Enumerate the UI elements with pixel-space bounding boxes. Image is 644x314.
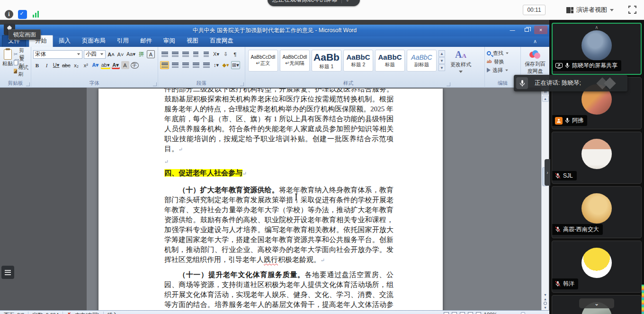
style-heading2[interactable]: AaBbC 标题 2 (343, 50, 373, 72)
print-layout-view-icon[interactable] (444, 312, 449, 314)
italic-button[interactable]: I (43, 61, 51, 69)
style-subtitle[interactable]: AaBbC 副标题 (407, 50, 437, 72)
bullets-button[interactable] (160, 50, 169, 58)
fullscreen-button[interactable] (628, 6, 636, 14)
previous-page-button[interactable]: ▲ (544, 297, 547, 301)
superscript-button[interactable]: x² (82, 61, 90, 69)
participant-tile[interactable]: SJL (552, 132, 642, 184)
justify-button[interactable] (191, 61, 200, 69)
bold-button[interactable]: B (33, 61, 41, 69)
collapse-chevron-icon[interactable]: ∧ (595, 25, 598, 30)
document-page[interactable]: 件的部分二级及以下医疗机构转型，开展康复、护理以及医养结合服务。鼓励基层积极探索… (98, 89, 443, 310)
styles-scroll-down[interactable]: ▼ (438, 57, 445, 64)
clipboard-dialog-launcher[interactable] (26, 82, 30, 86)
zoom-slider-handle[interactable] (521, 312, 525, 314)
next-page-button[interactable]: ▼ (544, 306, 547, 309)
font-dialog-launcher[interactable] (153, 82, 157, 86)
tab-mailings[interactable]: 邮件 (134, 36, 158, 47)
character-shading-button[interactable]: A (121, 61, 129, 69)
mic-button[interactable] (516, 77, 528, 89)
align-center-button[interactable] (170, 61, 179, 69)
restore-button[interactable] (520, 26, 533, 34)
character-border-button[interactable]: A (147, 50, 155, 58)
paste-button[interactable]: 粘贴 (2, 48, 14, 75)
line-spacing-button[interactable]: ↕▾ (212, 61, 220, 69)
underline-button[interactable]: U▾ (52, 61, 60, 69)
sidebar-collapse-handle[interactable]: › (545, 159, 550, 186)
numbering-button[interactable] (170, 50, 179, 58)
web-layout-view-icon[interactable] (460, 312, 465, 314)
phonetic-guide-button[interactable]: 拼 (137, 50, 145, 58)
status-page[interactable]: 页面: 3/6 (4, 312, 24, 314)
find-button[interactable]: 查找 (487, 49, 519, 57)
style-no-spacing[interactable]: AaBbCcDdI ↵无间隔 (280, 50, 310, 72)
tab-insert[interactable]: 插入 (53, 36, 76, 47)
select-button[interactable]: 选择 (487, 66, 519, 74)
distribute-button[interactable] (202, 61, 211, 69)
multilevel-list-button[interactable] (181, 50, 190, 58)
tab-review[interactable]: 审阅 (158, 36, 181, 47)
font-color-button[interactable]: A▾ (112, 61, 120, 69)
asian-layout-button[interactable]: X▾ (212, 50, 220, 58)
draft-view-icon[interactable] (476, 312, 481, 314)
grow-font-button[interactable]: A˄ (107, 50, 115, 58)
styles-more-button[interactable]: ▼ (438, 64, 445, 71)
styles-scroll-up[interactable]: ▲ (438, 50, 445, 57)
document-text: 件的部分二级及以下医疗机构转型，开展康复、护理以及医养结合服务。鼓励基层积极探索… (98, 89, 443, 310)
styles-dialog-launcher[interactable] (447, 82, 450, 86)
font-name-combo[interactable]: 宋体 (33, 50, 82, 59)
tab-references[interactable]: 引用 (111, 36, 134, 47)
borders-button[interactable]: ⊞▾ (231, 61, 240, 69)
participant-tile[interactable]: ∧ 陈晓琴的屏幕共享 (552, 23, 642, 75)
show-marks-button[interactable]: ¶ (231, 50, 239, 58)
paragraph-dialog-launcher[interactable] (240, 82, 244, 86)
document-scrollbar[interactable]: ▤ ▲ ▼ ▲ ▼ (541, 88, 549, 310)
subscript-button[interactable]: x₂ (72, 61, 80, 69)
scroll-up-arrow[interactable]: ▲ (542, 96, 549, 102)
zoom-level[interactable]: 100% (484, 312, 497, 314)
tab-baidu-netdisk[interactable]: 百度网盘 (204, 36, 239, 47)
watching-banner[interactable]: 您正在观看陈晓琴的屏幕 ⌄ (268, 0, 360, 6)
scroll-down-arrow[interactable]: ▼ (544, 293, 547, 296)
tab-view[interactable]: 视图 (181, 36, 204, 47)
minimize-button[interactable]: — (506, 26, 519, 34)
outline-view-icon[interactable] (468, 312, 473, 314)
text-effects-button[interactable]: A▾ (91, 61, 99, 69)
scroll-more-participants-button[interactable]: ⌄ (579, 298, 614, 308)
style-normal[interactable]: AaBbCcDdI ↵正文 (248, 50, 278, 72)
change-case-button[interactable]: Aa▾ (126, 50, 136, 58)
replace-button[interactable]: ab替换 (487, 58, 519, 65)
fullscreen-reading-view-icon[interactable] (452, 312, 457, 314)
edge-color-strip (642, 285, 644, 314)
increase-indent-button[interactable] (202, 50, 211, 58)
meeting-info-button[interactable]: i (4, 9, 14, 19)
select-browse-object-button[interactable] (544, 302, 547, 305)
format-painter-button[interactable]: 格式刷 (14, 67, 29, 75)
sort-button[interactable]: ⇩ (222, 50, 230, 58)
view-mode-button[interactable]: 演讲者视图 (563, 4, 617, 16)
highlight-color-button[interactable]: ab▾ (101, 61, 110, 69)
save-to-baidu-button[interactable]: 保存到百 度网盘 (523, 48, 547, 75)
status-word-count[interactable]: 字数: 6,694 (32, 312, 59, 314)
security-button[interactable] (17, 9, 27, 19)
participant-tile[interactable]: 高霞-西南交大 (552, 186, 642, 238)
close-button[interactable]: × (534, 26, 547, 34)
status-language[interactable]: 中文(中国) (75, 312, 99, 314)
strikethrough-button[interactable]: abc (62, 61, 71, 69)
shrink-font-button[interactable]: A˅ (116, 50, 125, 58)
align-right-button[interactable] (181, 61, 190, 69)
network-status-button[interactable] (30, 9, 41, 19)
style-title[interactable]: AaBbC 标题 (375, 50, 405, 72)
tab-page-layout[interactable]: 页面布局 (76, 36, 111, 47)
minimize-ribbon-icon[interactable]: ∧ (533, 38, 537, 45)
status-insert-mode[interactable]: 插入 (107, 312, 118, 314)
font-size-combo[interactable]: 小四 (84, 50, 106, 59)
shading-button[interactable]: ◆▾ (222, 61, 230, 69)
floating-menu-button[interactable] (1, 266, 14, 279)
change-styles-button[interactable]: AA 更改样式 (446, 48, 475, 74)
align-left-button[interactable] (160, 61, 169, 69)
participant-tile[interactable]: 韩洋 (552, 241, 642, 293)
decrease-indent-button[interactable] (191, 50, 200, 58)
enclose-characters-button[interactable]: 字 (131, 62, 139, 69)
style-heading1[interactable]: AaBb 标题 1 (312, 50, 341, 72)
